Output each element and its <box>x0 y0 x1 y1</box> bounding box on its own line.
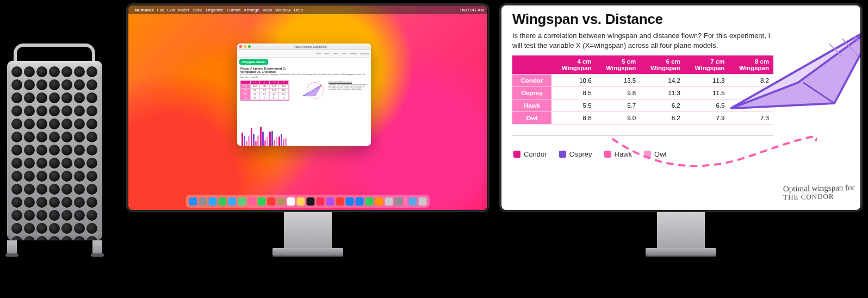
dock-app-notes[interactable] <box>297 197 305 206</box>
display-stand <box>657 212 705 248</box>
dock-app-music[interactable] <box>317 197 325 206</box>
window-toolbar[interactable]: View Insert Table Chart Format Organize <box>237 50 371 58</box>
dock-downloads[interactable] <box>409 197 417 206</box>
toolbar-item[interactable]: Chart <box>341 52 346 55</box>
display-stand-base <box>272 248 343 256</box>
dock-app-keynote[interactable] <box>356 197 364 206</box>
dock-app-reminders[interactable] <box>287 197 295 206</box>
legend-item: Condor <box>513 150 547 158</box>
table-row-label: Hawk <box>512 100 551 112</box>
toolbar-item[interactable]: View <box>316 52 321 55</box>
sheet-tab[interactable]: Wingspan Dataset <box>239 59 268 65</box>
legend-swatch <box>559 151 566 158</box>
display-primary: Numbers File Edit Insert Table Organize … <box>126 3 489 256</box>
dock-app-news[interactable] <box>336 197 344 206</box>
legend-label: Condor <box>524 150 547 158</box>
table-cell[interactable]: 8.2 <box>640 112 685 125</box>
mac-pro-handle <box>14 44 95 63</box>
dock-app-numbers[interactable] <box>365 197 374 206</box>
menubar-item[interactable]: Table <box>192 8 202 13</box>
table-cell[interactable]: 9.0 <box>596 112 641 125</box>
toolbar-item[interactable]: Format <box>350 52 357 55</box>
table-header-cell: 6 cm Wingspan <box>640 55 685 74</box>
mac-pro-feet <box>7 240 102 256</box>
svg-marker-3 <box>731 26 860 108</box>
dock-app-contacts[interactable] <box>277 197 286 206</box>
dock-app-podcasts[interactable] <box>326 197 334 206</box>
display-stand-base <box>646 248 716 256</box>
window-titlebar[interactable]: Paper Airplane Experiment <box>237 44 371 50</box>
dock-app-settings[interactable] <box>395 197 403 206</box>
paper-plane-illustration <box>724 15 860 124</box>
table-cell[interactable]: 8.8 <box>551 112 596 125</box>
mac-pro-tower <box>5 44 103 258</box>
dock-app-safari[interactable] <box>209 197 217 206</box>
dock-app-photos[interactable] <box>248 197 256 206</box>
flight-trail <box>610 134 817 172</box>
table-cell[interactable]: 5.7 <box>596 100 641 112</box>
window-title: Paper Airplane Experiment <box>252 45 369 48</box>
dock-app-freeform[interactable] <box>385 197 393 206</box>
table-header-cell: 5 cm Wingspan <box>596 55 641 74</box>
mac-pro-grille <box>11 66 98 235</box>
zoom-icon[interactable] <box>248 45 251 48</box>
handwritten-annotation: Optimal wingspan for THE CONDOR <box>783 183 855 202</box>
table-row-label: Owl <box>512 112 551 125</box>
menubar-item[interactable]: Edit <box>168 8 175 13</box>
table-cell[interactable]: 6.2 <box>640 100 685 112</box>
legend-label: Osprey <box>569 150 592 158</box>
menubar[interactable]: Numbers File Edit Insert Table Organize … <box>128 5 487 14</box>
zoomed-document[interactable]: Wingspan vs. Distance Is there a correla… <box>501 5 860 210</box>
dock-app-tv[interactable] <box>307 197 315 206</box>
doc-description-small: Is there a correlation between wingspan … <box>240 73 368 79</box>
menubar-item[interactable]: View <box>263 8 272 13</box>
handwritten-notes: Interesting Observations Once we have co… <box>328 80 368 91</box>
mac-pro-body <box>7 61 102 240</box>
toolbar-item[interactable]: Insert <box>324 52 330 55</box>
legend-item: Osprey <box>559 150 592 158</box>
dock-app-appstore[interactable] <box>346 197 354 206</box>
table-cell[interactable]: 7.9 <box>685 112 729 125</box>
menubar-item[interactable]: Insert <box>178 8 189 13</box>
toolbar-item[interactable]: Table <box>333 52 338 55</box>
numbers-window[interactable]: Paper Airplane Experiment View Insert Ta… <box>237 44 371 146</box>
dock[interactable] <box>186 195 430 208</box>
dock-app-calendar[interactable] <box>268 197 276 206</box>
menubar-item[interactable]: Arrange <box>244 8 259 13</box>
table-header-cell: 7 cm Wingspan <box>685 55 729 74</box>
table-cell[interactable]: 14.2 <box>640 74 685 87</box>
table-cell[interactable]: 13.5 <box>596 74 641 87</box>
menubar-clock[interactable]: Thu 9:41 AM <box>460 8 484 13</box>
menubar-item[interactable]: Window <box>275 8 290 13</box>
display-stand <box>284 212 332 248</box>
dock-app-maps[interactable] <box>238 197 246 206</box>
minimize-icon[interactable] <box>244 45 246 48</box>
table-cell[interactable]: 11.3 <box>685 74 729 87</box>
mini-bar-chart[interactable] <box>240 104 368 146</box>
table-row-label: Osprey <box>512 87 551 100</box>
table-cell[interactable]: 11.3 <box>640 87 685 100</box>
dock-app-messages[interactable] <box>219 197 227 206</box>
toolbar-item[interactable]: Organize <box>360 52 369 55</box>
menubar-item[interactable]: Help <box>294 8 302 13</box>
menubar-item[interactable]: File <box>157 8 164 13</box>
table-cell[interactable]: 6.5 <box>685 100 729 112</box>
table-header-cell <box>512 55 551 74</box>
table-cell[interactable]: 11.5 <box>685 87 729 100</box>
table-cell[interactable]: 9.8 <box>596 87 641 100</box>
menubar-item[interactable]: Organize <box>206 8 224 13</box>
dock-app-mail[interactable] <box>228 197 237 206</box>
dock-app-finder[interactable] <box>189 197 197 206</box>
dock-app-facetime[interactable] <box>258 197 266 206</box>
dock-app-launchpad[interactable] <box>199 197 207 206</box>
menubar-app-name[interactable]: Numbers <box>135 8 154 13</box>
menubar-item[interactable]: Format <box>227 8 240 13</box>
mini-table[interactable]: 4567Con10.613.514.211.3Osp8.59.811.311.5… <box>240 80 289 101</box>
dock-app-pages[interactable] <box>375 197 383 206</box>
table-cell[interactable]: 8.5 <box>551 87 596 100</box>
legend-swatch <box>513 151 520 158</box>
table-cell[interactable]: 10.6 <box>551 74 596 87</box>
dock-trash[interactable] <box>419 197 427 206</box>
table-cell[interactable]: 5.5 <box>551 100 596 112</box>
close-icon[interactable] <box>239 45 242 48</box>
